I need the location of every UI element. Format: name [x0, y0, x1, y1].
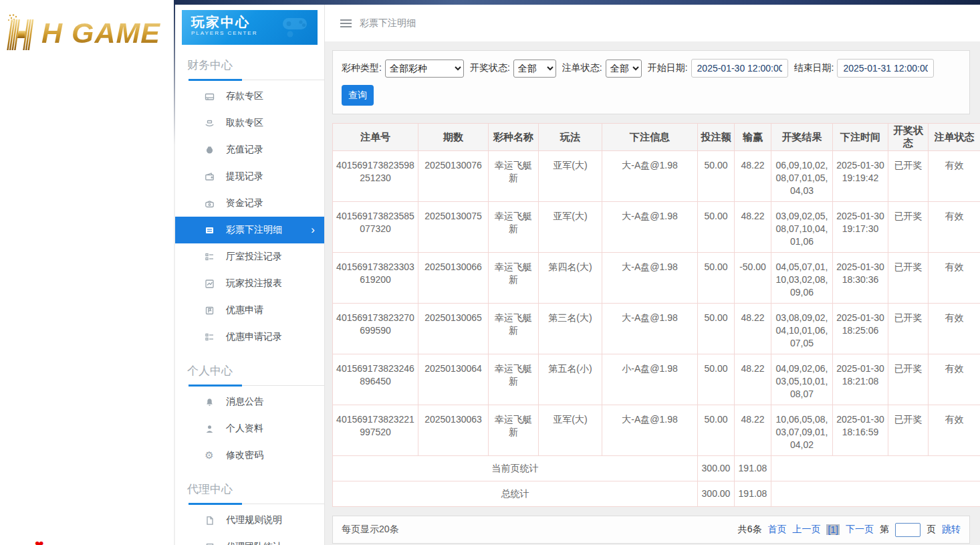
sidebar-item-player-bet-report[interactable]: 玩家投注报表 [175, 270, 324, 297]
summary-bet-total: 300.00 [698, 481, 735, 507]
brand-logo: H GAME [5, 13, 160, 52]
left-strip: H GAME ❤ [0, 0, 174, 545]
sidebar-item-hall-bet-record[interactable]: 厅室投注记录 [175, 243, 324, 270]
start-date-input[interactable] [691, 59, 788, 78]
table-cell: 50.00 [698, 405, 735, 456]
section-divider [189, 503, 324, 505]
sidebar-item-label: 存款专区 [226, 90, 263, 102]
table-cell: 已开奖 [888, 405, 929, 456]
hall-record-icon [204, 252, 215, 262]
pagination-bar: 每页显示20条 共6条 首页 上一页 [1] 下一页 第 页 跳转 [332, 516, 970, 544]
app-window: 玩家中心 PLAYERS CENTER 财务中心 存款专区 [174, 0, 980, 545]
sidebar-item-messages[interactable]: 消息公告 [175, 389, 324, 415]
page-prefix-text: 第 [880, 524, 889, 536]
sidebar-item-lottery-bet-detail[interactable]: 彩票下注明细 › [175, 217, 324, 243]
table-cell: 48.22 [735, 405, 771, 456]
table-cell: 大-A盘@1.98 [602, 304, 698, 354]
table-header-row: 注单号 期数 彩种名称 玩法 下注信息 投注额 输赢 开奖结果 下注时间 开奖状… [333, 124, 980, 151]
lottery-type-select[interactable]: 全部彩种 [385, 60, 464, 78]
report-chart-icon [204, 279, 215, 289]
table-cell: 10,06,05,08,03,07,09,01,04,02 [771, 405, 833, 456]
sidebar-item-funds-record[interactable]: 资金记录 [175, 190, 324, 217]
document-icon [204, 516, 215, 526]
hamburger-menu-icon[interactable] [340, 19, 352, 27]
table-cell: 2025-01-30 19:19:42 [833, 151, 888, 202]
current-page-indicator[interactable]: [1] [826, 524, 840, 535]
promo-apply-icon [204, 306, 215, 316]
gear-icon: ⚙ [204, 451, 215, 461]
table-cell: 04,05,07,01,10,03,02,08,09,06 [771, 253, 833, 304]
table-cell: 401569173823598251230 [333, 151, 418, 202]
sidebar-item-deposit-zone[interactable]: 存款专区 [175, 83, 324, 110]
table-cell: 401569173823585077320 [333, 202, 418, 253]
sidebar-item-label: 玩家投注报表 [226, 278, 282, 290]
table-cell: 401569173823270699590 [333, 304, 418, 354]
table-cell: 有效 [929, 253, 980, 304]
col-header: 投注额 [698, 124, 735, 151]
table-row: 40156917382330361920020250130066幸运飞艇新第四名… [333, 253, 980, 304]
table-cell: 50.00 [698, 151, 735, 202]
col-header: 开奖结果 [771, 124, 833, 151]
sidebar-item-label: 个人资料 [226, 423, 263, 435]
pager-controls: 共6条 首页 上一页 [1] 下一页 第 页 跳转 [738, 523, 961, 537]
col-header: 玩法 [539, 124, 602, 151]
sidebar-item-promo-apply[interactable]: 优惠申请 [175, 297, 324, 324]
sidebar-item-withdraw-zone[interactable]: 取款专区 [175, 110, 324, 136]
jump-link[interactable]: 跳转 [942, 524, 961, 536]
table-cell: 401569173823221997520 [333, 405, 418, 456]
table-cell: 有效 [929, 354, 980, 405]
start-date-label: 开始日期: [648, 62, 688, 74]
sidebar-item-agent-team-stats[interactable]: 代理团队统计 [175, 534, 324, 545]
table-cell: 小-A盘@1.98 [602, 354, 698, 405]
sidebar-item-label: 消息公告 [226, 396, 263, 408]
bell-icon [204, 397, 215, 407]
sidebar-item-label: 资金记录 [226, 197, 263, 209]
query-button[interactable]: 查询 [342, 85, 374, 106]
table-cell: 03,09,02,05,08,07,10,04,01,06 [771, 202, 833, 253]
table-cell: 有效 [929, 405, 980, 456]
table-cell: 20250130075 [418, 202, 489, 253]
sidebar-item-label: 厅室投注记录 [226, 251, 282, 263]
table-cell: 401569173823303619200 [333, 253, 418, 304]
money-bag-icon [204, 145, 215, 155]
gamepad-icon [281, 15, 311, 38]
sidebar-section-personal: 个人中心 [187, 363, 324, 378]
first-page-link[interactable]: 首页 [767, 524, 786, 536]
table-cell: 已开奖 [888, 202, 929, 253]
table-cell: -50.00 [735, 253, 771, 304]
sidebar-item-promo-apply-record[interactable]: 优惠申请记录 [175, 324, 324, 350]
sidebar-item-label: 修改密码 [226, 449, 263, 461]
sidebar-header: 玩家中心 PLAYERS CENTER [182, 10, 318, 45]
sidebar-item-label: 代理团队统计 [226, 541, 282, 545]
next-page-link[interactable]: 下一页 [846, 524, 874, 536]
topbar: 彩票下注明细 [325, 5, 980, 41]
sidebar-item-change-password[interactable]: ⚙ 修改密码 [175, 442, 324, 469]
col-header: 彩种名称 [489, 124, 539, 151]
draw-status-select[interactable]: 全部 [513, 60, 556, 78]
sidebar-item-profile[interactable]: 个人资料 [175, 415, 324, 442]
sidebar-item-withdrawal-record[interactable]: 提现记录 [175, 163, 324, 190]
table-cell: 06,09,10,02,08,07,01,05,04,03 [771, 151, 833, 202]
main-content: 彩票下注明细 彩种类型: 全部彩种 开奖状态: 全部 注单状态: 全部 开始日期… [325, 5, 980, 545]
sidebar-item-recharge-record[interactable]: 充值记录 [175, 136, 324, 163]
end-date-label: 结束日期: [794, 62, 834, 74]
end-date-input[interactable] [837, 59, 934, 78]
table-cell: 48.22 [735, 354, 771, 405]
section-divider [189, 79, 324, 81]
table-cell: 已开奖 [888, 354, 929, 405]
sidebar-section-agent: 代理中心 [187, 481, 324, 497]
table-cell: 有效 [929, 304, 980, 354]
page-jump-input[interactable] [895, 523, 921, 537]
chevron-right-icon: › [311, 217, 315, 243]
prev-page-link[interactable]: 上一页 [792, 524, 820, 536]
filter-panel: 彩种类型: 全部彩种 开奖状态: 全部 注单状态: 全部 开始日期: 结束日期:… [332, 50, 970, 114]
table-cell: 已开奖 [888, 253, 929, 304]
sidebar-item-agent-rules[interactable]: 代理规则说明 [175, 507, 324, 534]
col-header: 下注信息 [602, 124, 698, 151]
top-navy-strip [174, 0, 980, 5]
table-cell: 2025-01-30 18:25:06 [833, 304, 888, 354]
bank-card-icon [204, 92, 215, 102]
table-cell: 20250130065 [418, 304, 489, 354]
table-cell: 50.00 [698, 253, 735, 304]
bet-status-select[interactable]: 全部 [606, 60, 642, 78]
